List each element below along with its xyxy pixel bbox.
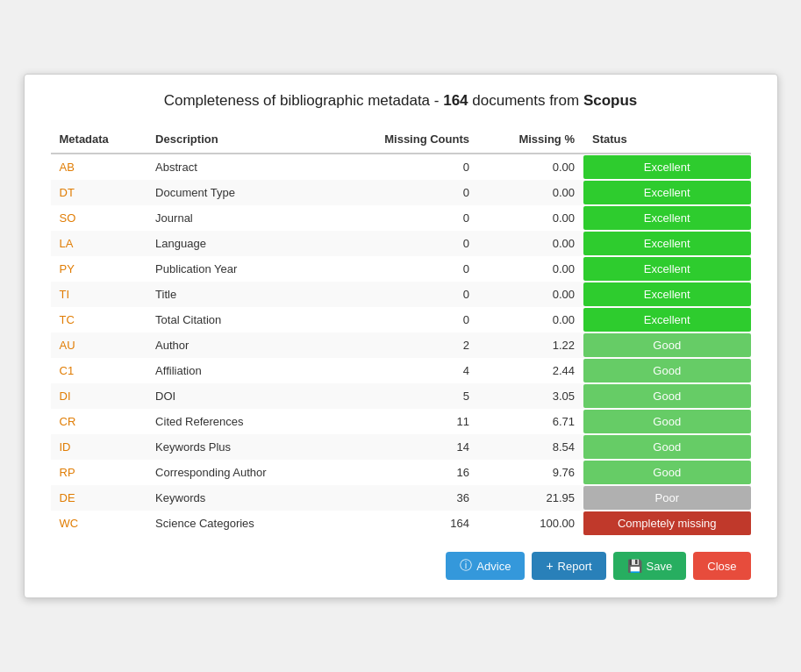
col-header-description: Description (147, 125, 331, 154)
cell-description: DOI (147, 383, 331, 409)
table-row: RPCorresponding Author169.76Good (51, 460, 751, 485)
status-badge: Excellent (583, 181, 751, 204)
cell-missing-pct: 0.00 (478, 282, 583, 307)
cell-status: Excellent (583, 307, 751, 332)
cell-code: SO (51, 205, 147, 231)
status-badge: Excellent (583, 257, 751, 281)
table-row: LALanguage00.00Excellent (51, 231, 751, 256)
col-header-metadata: Metadata (51, 125, 147, 154)
col-header-status: Status (583, 125, 751, 154)
completeness-modal: Completeness of bibliographic metadata -… (24, 74, 778, 598)
cell-description: Corresponding Author (147, 460, 331, 485)
table-row: ABAbstract00.00Excellent (51, 154, 751, 180)
cell-missing-count: 11 (331, 409, 478, 434)
save-icon: 💾 (627, 559, 642, 573)
cell-code: TI (51, 282, 147, 307)
cell-status: Good (583, 383, 751, 409)
cell-missing-count: 16 (331, 460, 478, 485)
cell-status: Excellent (583, 154, 751, 180)
table-row: DIDOI53.05Good (51, 383, 751, 409)
save-button[interactable]: 💾 Save (613, 552, 687, 580)
cell-missing-pct: 2.44 (478, 358, 583, 383)
cell-missing-count: 0 (331, 256, 478, 282)
cell-missing-count: 164 (331, 511, 478, 536)
cell-code: DE (51, 485, 147, 511)
cell-missing-count: 4 (331, 358, 478, 383)
cell-missing-pct: 8.54 (478, 434, 583, 460)
cell-description: Language (147, 231, 331, 256)
cell-description: Publication Year (147, 256, 331, 282)
table-row: DTDocument Type00.00Excellent (51, 180, 751, 205)
table-row: AUAuthor21.22Good (51, 332, 751, 358)
plus-icon: + (546, 559, 553, 573)
cell-missing-count: 14 (331, 434, 478, 460)
cell-description: Science Categories (147, 511, 331, 536)
cell-missing-count: 0 (331, 307, 478, 332)
col-header-missing-counts: Missing Counts (331, 125, 478, 154)
cell-description: Total Citation (147, 307, 331, 332)
cell-missing-pct: 21.95 (478, 485, 583, 511)
table-row: TCTotal Citation00.00Excellent (51, 307, 751, 332)
cell-code: AU (51, 332, 147, 358)
status-badge: Good (583, 359, 751, 382)
cell-missing-count: 0 (331, 282, 478, 307)
cell-missing-pct: 0.00 (478, 231, 583, 256)
close-button[interactable]: Close (693, 552, 750, 580)
cell-description: Affiliation (147, 358, 331, 383)
report-button[interactable]: + Report (532, 552, 605, 580)
cell-code: TC (51, 307, 147, 332)
status-badge: Excellent (583, 282, 751, 306)
cell-status: Excellent (583, 282, 751, 307)
cell-missing-pct: 0.00 (478, 180, 583, 205)
col-header-missing-pct: Missing % (478, 125, 583, 154)
cell-missing-pct: 3.05 (478, 383, 583, 409)
cell-missing-pct: 6.71 (478, 409, 583, 434)
cell-description: Abstract (147, 154, 331, 180)
table-row: WCScience Categories164100.00Completely … (51, 511, 751, 536)
cell-code: ID (51, 434, 147, 460)
cell-code: PY (51, 256, 147, 282)
cell-missing-pct: 1.22 (478, 332, 583, 358)
cell-code: LA (51, 231, 147, 256)
cell-code: CR (51, 409, 147, 434)
cell-missing-count: 0 (331, 180, 478, 205)
cell-status: Excellent (583, 205, 751, 231)
status-badge: Good (583, 435, 751, 459)
status-badge: Excellent (583, 232, 751, 255)
cell-missing-pct: 0.00 (478, 307, 583, 332)
cell-status: Good (583, 434, 751, 460)
table-row: CRCited References116.71Good (51, 409, 751, 434)
cell-status: Excellent (583, 180, 751, 205)
status-badge: Good (583, 333, 751, 357)
table-row: C1Affiliation42.44Good (51, 358, 751, 383)
cell-status: Good (583, 409, 751, 434)
status-badge: Good (583, 410, 751, 433)
cell-missing-count: 2 (331, 332, 478, 358)
table-row: PYPublication Year00.00Excellent (51, 256, 751, 282)
cell-missing-pct: 0.00 (478, 205, 583, 231)
status-badge: Excellent (583, 308, 751, 332)
table-row: DEKeywords3621.95Poor (51, 485, 751, 511)
cell-description: Keywords Plus (147, 434, 331, 460)
cell-status: Completely missing (583, 511, 751, 536)
cell-missing-count: 5 (331, 383, 478, 409)
cell-status: Excellent (583, 256, 751, 282)
cell-missing-pct: 9.76 (478, 460, 583, 485)
cell-code: RP (51, 460, 147, 485)
cell-code: AB (51, 154, 147, 180)
cell-code: WC (51, 511, 147, 536)
table-row: TITitle00.00Excellent (51, 282, 751, 307)
cell-status: Good (583, 332, 751, 358)
advice-button[interactable]: ⓘ Advice (446, 552, 525, 580)
table-row: IDKeywords Plus148.54Good (51, 434, 751, 460)
cell-code: C1 (51, 358, 147, 383)
metadata-table: Metadata Description Missing Counts Miss… (51, 125, 751, 536)
table-header-row: Metadata Description Missing Counts Miss… (51, 125, 751, 154)
status-badge: Completely missing (583, 511, 751, 535)
cell-description: Title (147, 282, 331, 307)
cell-missing-count: 0 (331, 231, 478, 256)
cell-description: Author (147, 332, 331, 358)
cell-description: Journal (147, 205, 331, 231)
cell-status: Excellent (583, 231, 751, 256)
cell-missing-count: 0 (331, 205, 478, 231)
